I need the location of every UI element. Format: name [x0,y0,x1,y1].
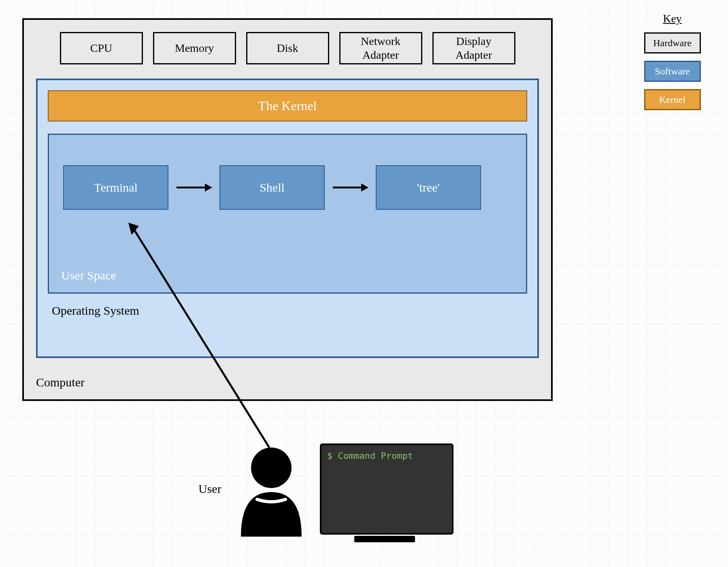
hw-network: NetworkAdapter [339,32,422,64]
command-prompt-text: $ Command Prompt [327,451,446,461]
hardware-row: CPU Memory Disk NetworkAdapter DisplayAd… [36,32,539,64]
sw-terminal: Terminal [63,165,168,210]
os-label: Operating System [52,304,527,318]
computer-box: CPU Memory Disk NetworkAdapter DisplayAd… [22,18,553,401]
userspace-label: User Space [61,269,116,282]
legend-software: Software [644,61,701,82]
legend-hardware: Hardware [644,32,701,53]
arrow-icon [176,181,212,194]
hw-cpu: CPU [60,32,143,64]
legend-kernel: Kernel [644,89,701,110]
monitor-stand-icon [354,536,415,542]
kernel-box: The Kernel [48,90,527,122]
hw-display: DisplayAdapter [432,32,515,64]
os-box: The Kernel Terminal Shell 'tree' User Sp… [36,79,539,358]
svg-marker-3 [361,183,368,192]
userspace-box: Terminal Shell 'tree' User Space [48,134,527,294]
sw-tree: 'tree' [376,165,481,210]
hw-disk: Disk [246,32,329,64]
hw-memory: Memory [153,32,236,64]
computer-label: Computer [36,375,85,389]
legend-title: Key [663,12,682,25]
user-area: User $ Command Prompt [198,429,482,559]
monitor-icon: $ Command Prompt [320,443,453,535]
user-label: User [198,482,221,496]
sw-shell: Shell [219,165,325,210]
user-icon [235,443,308,541]
legend: Key Hardware Software Kernel [641,12,704,110]
svg-marker-1 [205,183,212,192]
userspace-row: Terminal Shell 'tree' [63,165,512,210]
svg-point-6 [251,448,292,488]
arrow-icon [332,181,368,194]
